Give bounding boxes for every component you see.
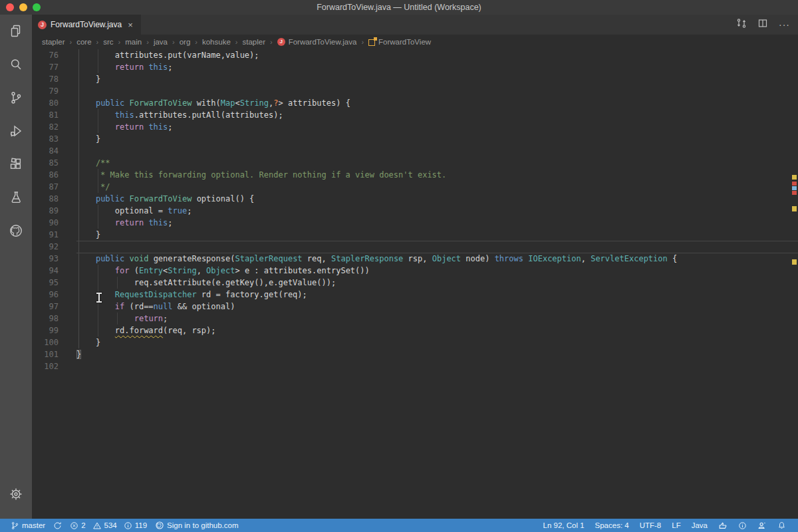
breadcrumb-item[interactable]: stapler (242, 38, 265, 46)
code-text[interactable]: public void generateResponse(StaplerRequ… (76, 253, 798, 265)
code-text[interactable]: optional = true; (76, 205, 798, 217)
code-text[interactable]: return this; (76, 61, 798, 73)
source-control-icon[interactable] (0, 81, 32, 114)
line-number[interactable]: 91 (32, 229, 76, 241)
line-number[interactable]: 98 (32, 313, 76, 325)
line-number[interactable]: 81 (32, 109, 76, 121)
code-text[interactable]: for (Entry<String, Object> e : attribute… (76, 265, 798, 277)
code-line[interactable]: 99 rd.forward(req, rsp); (32, 325, 798, 336)
code-text[interactable]: * Make this forwarding optional. Render … (76, 169, 798, 181)
line-number[interactable]: 90 (32, 217, 76, 229)
code-line[interactable]: 102 (32, 360, 798, 372)
line-number[interactable]: 95 (32, 277, 76, 289)
info-status-icon[interactable] (733, 519, 752, 532)
code-text[interactable]: } (76, 348, 798, 360)
code-line[interactable]: 77 return this; (32, 61, 798, 73)
line-number[interactable]: 82 (32, 121, 76, 133)
line-number[interactable]: 87 (32, 181, 76, 193)
breadcrumb-item[interactable]: kohsuke (202, 38, 231, 46)
code-line[interactable]: 91 } (32, 229, 798, 241)
code-text[interactable]: if (rd==null && optional) (76, 301, 798, 313)
code-line[interactable]: 93 public void generateResponse(StaplerR… (32, 253, 798, 265)
breadcrumb-item[interactable]: stapler (42, 38, 65, 46)
code-line[interactable]: 95 req.setAttribute(e.getKey(),e.getValu… (32, 277, 798, 289)
code-line[interactable]: 76 attributes.put(varName,value); (32, 49, 798, 61)
code-text[interactable]: RequestDispatcher rd = factory.get(req); (76, 289, 798, 301)
breadcrumb-item[interactable]: ForwardToView (378, 38, 431, 46)
minimize-window-button[interactable] (19, 3, 27, 11)
indentation-setting[interactable]: Spaces: 4 (590, 519, 634, 532)
eol-setting[interactable]: LF (666, 519, 686, 532)
line-number[interactable]: 85 (32, 157, 76, 169)
github-signin[interactable]: Sign in to github.com (151, 519, 242, 532)
breadcrumb-item[interactable]: org (180, 38, 191, 46)
line-number[interactable]: 88 (32, 193, 76, 205)
code-line[interactable]: 84 (32, 145, 798, 157)
code-line[interactable]: 90 return this; (32, 217, 798, 229)
line-number[interactable]: 93 (32, 253, 76, 265)
code-text[interactable]: public ForwardToView optional() { (76, 193, 798, 205)
sync-button[interactable] (49, 519, 66, 532)
open-changes-icon[interactable] (736, 18, 747, 31)
code-text[interactable] (76, 241, 798, 253)
more-actions-icon[interactable]: ··· (779, 19, 790, 30)
search-icon[interactable] (0, 48, 32, 81)
line-number[interactable]: 99 (32, 325, 76, 336)
line-number[interactable]: 101 (32, 348, 76, 360)
language-mode[interactable]: Java (686, 519, 713, 532)
code-line[interactable]: 101} (32, 348, 798, 360)
line-number[interactable]: 76 (32, 49, 76, 61)
maximize-window-button[interactable] (33, 3, 41, 11)
encoding-setting[interactable]: UTF-8 (634, 519, 667, 532)
code-text[interactable] (76, 360, 798, 372)
code-text[interactable]: req.setAttribute(e.getKey(),e.getValue()… (76, 277, 798, 289)
code-text[interactable]: } (76, 229, 798, 241)
line-number[interactable]: 83 (32, 133, 76, 145)
code-text[interactable] (76, 85, 798, 97)
code-text[interactable]: rd.forward(req, rsp); (76, 325, 798, 336)
tab-forwardtoview[interactable]: ForwardToView.java × (32, 15, 141, 35)
problems-indicator[interactable]: 2 534 119 (66, 519, 151, 532)
line-number[interactable]: 84 (32, 145, 76, 157)
line-number[interactable]: 78 (32, 73, 76, 85)
github-icon[interactable] (0, 214, 32, 247)
code-text[interactable]: } (76, 133, 798, 145)
line-number[interactable]: 86 (32, 169, 76, 181)
feedback-thumbs-up-icon[interactable] (713, 519, 733, 532)
code-text[interactable]: this.attributes.putAll(attributes); (76, 109, 798, 121)
breadcrumb-item[interactable]: java (154, 38, 168, 46)
line-number[interactable]: 89 (32, 205, 76, 217)
code-line[interactable]: 98 return; (32, 313, 798, 325)
code-line[interactable]: 94 for (Entry<String, Object> e : attrib… (32, 265, 798, 277)
line-number[interactable]: 79 (32, 85, 76, 97)
code-text[interactable]: } (76, 73, 798, 85)
code-line[interactable]: 79 (32, 85, 798, 97)
breadcrumb-item[interactable]: main (125, 38, 142, 46)
code-text[interactable]: /** (76, 157, 798, 169)
code-line[interactable]: 89 optional = true; (32, 205, 798, 217)
code-line[interactable]: 100 } (32, 336, 798, 348)
line-number[interactable]: 96 (32, 289, 76, 301)
code-line[interactable]: 92 (32, 241, 798, 253)
close-window-button[interactable] (6, 3, 14, 11)
explorer-icon[interactable] (0, 15, 32, 48)
breadcrumb-item[interactable]: ForwardToView.java (289, 38, 357, 46)
code-text[interactable]: } (76, 336, 798, 348)
code-line[interactable]: 96 RequestDispatcher rd = factory.get(re… (32, 289, 798, 301)
code-line[interactable]: 78 } (32, 73, 798, 85)
code-line[interactable]: 82 return this; (32, 121, 798, 133)
code-text[interactable]: return this; (76, 217, 798, 229)
notifications-bell-icon[interactable] (772, 519, 791, 532)
testing-beaker-icon[interactable] (0, 181, 32, 214)
line-number[interactable]: 97 (32, 301, 76, 313)
code-text[interactable]: return; (76, 313, 798, 325)
code-line[interactable]: 88 public ForwardToView optional() { (32, 193, 798, 205)
code-line[interactable]: 97 if (rd==null && optional) (32, 301, 798, 313)
line-number[interactable]: 100 (32, 336, 76, 348)
line-number[interactable]: 102 (32, 360, 76, 372)
branch-indicator[interactable]: master (7, 519, 49, 532)
account-person-icon[interactable] (752, 519, 772, 532)
settings-gear-icon[interactable] (0, 477, 32, 511)
code-text[interactable]: attributes.put(varName,value); (76, 49, 798, 61)
code-text[interactable]: public ForwardToView with(Map<String,?> … (76, 97, 798, 109)
